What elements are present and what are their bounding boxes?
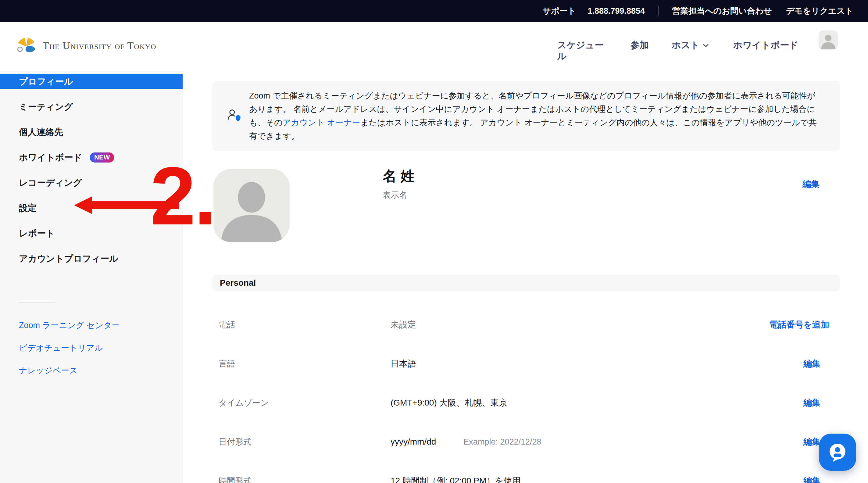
sidebar-item-whiteboard[interactable]: ホワイトボード NEW	[0, 150, 183, 165]
edit-name-button[interactable]: 編集	[802, 178, 819, 190]
help-chat-button[interactable]	[819, 433, 856, 471]
user-avatar-icon	[818, 30, 838, 50]
university-logo[interactable]: The University of Tokyo	[16, 35, 156, 56]
sidebar: プロフィール ミーティング 個人連絡先 ホワイトボード NEW レコーディング …	[0, 71, 183, 483]
row-value: 12 時間制（例: 02:00 PM）を使用	[391, 475, 521, 483]
topbar-divider	[658, 6, 658, 16]
add-phone-number-button[interactable]: 電話番号を追加	[769, 320, 829, 329]
profile-display-name: 表示名	[383, 190, 407, 201]
edit-language-button[interactable]: 編集	[803, 359, 820, 368]
sidebar-item-profile[interactable]: プロフィール	[0, 74, 183, 89]
row-value: (GMT+9:00) 大阪、札幌、東京	[391, 397, 507, 409]
profile-name: 名 姓	[383, 167, 415, 186]
personal-rows: 電話 未設定 電話番号を追加 言語 日本語 編集 タイムゾーン (GMT+9:0…	[212, 305, 840, 483]
chat-bubble-person-icon	[827, 441, 848, 463]
header-nav: スケジュール 参加 ホスト ホワイトボード	[557, 22, 868, 71]
support-phone[interactable]: 1.888.799.8854	[588, 6, 645, 16]
row-label: 時間形式	[219, 475, 391, 483]
sidebar-link-video-tutorials[interactable]: ビデオチュートリアル	[0, 342, 183, 354]
contact-sales-link[interactable]: 営業担当へのお問い合わせ	[672, 5, 772, 17]
nav-whiteboard[interactable]: ホワイトボード	[733, 40, 799, 51]
privacy-notice-text: Zoom で主催されるミーティングまたはウェビナーに参加すると、名前やプロフィー…	[249, 89, 818, 143]
support-link[interactable]: サポート	[543, 5, 576, 17]
row-value: 未設定	[391, 319, 416, 331]
row-label: 電話	[219, 319, 391, 330]
nav-host[interactable]: ホスト	[672, 40, 709, 51]
person-shield-icon	[226, 108, 242, 124]
utokyo-ginkgo-icon	[16, 35, 37, 56]
privacy-notice: Zoom で主催されるミーティングまたはウェビナーに参加すると、名前やプロフィー…	[212, 81, 840, 151]
row-value: 日本語	[391, 358, 416, 369]
header-avatar[interactable]	[818, 30, 838, 50]
sidebar-item-reports[interactable]: レポート	[0, 226, 183, 241]
table-row-time-format: 時間形式 12 時間制（例: 02:00 PM）を使用 編集	[212, 461, 840, 483]
account-owner-link[interactable]: アカウント オーナー	[283, 118, 360, 127]
row-label: タイムゾーン	[219, 397, 391, 408]
top-utility-bar: サポート 1.888.799.8854 営業担当へのお問い合わせ デモをリクエス…	[0, 0, 868, 22]
sidebar-item-account-profile[interactable]: アカウントプロフィール	[0, 251, 183, 266]
sidebar-divider	[19, 302, 56, 302]
nav-host-label: ホスト	[672, 40, 700, 51]
request-demo-link[interactable]: デモをリクエスト	[786, 5, 854, 17]
row-label: 言語	[219, 358, 391, 369]
nav-schedule[interactable]: スケジュール	[557, 40, 609, 62]
sidebar-links: Zoom ラーニング センター ビデオチュートリアル ナレッジベース	[0, 319, 183, 376]
table-row-language: 言語 日本語 編集	[212, 344, 840, 383]
date-format-example: Example: 2022/12/28	[463, 437, 541, 447]
table-row-timezone: タイムゾーン (GMT+9:00) 大阪、札幌、東京 編集	[212, 383, 840, 422]
header: The University of Tokyo スケジュール 参加 ホスト ホワ…	[0, 22, 868, 71]
sidebar-item-contacts[interactable]: 個人連絡先	[0, 125, 183, 140]
edit-timezone-button[interactable]: 編集	[803, 398, 820, 407]
nav-join[interactable]: 参加	[630, 40, 649, 51]
zoom-profile-page: { "topbar": { "support": "サポート", "phone"…	[0, 0, 868, 483]
sidebar-item-settings[interactable]: 設定	[0, 201, 183, 216]
edit-date-format-button[interactable]: 編集	[803, 437, 820, 446]
table-row-date-format: 日付形式 yyyy/mm/dd Example: 2022/12/28 編集	[212, 422, 840, 461]
row-label: 日付形式	[219, 436, 391, 447]
table-row-phone: 電話 未設定 電話番号を追加	[212, 305, 840, 344]
profile-avatar[interactable]	[213, 169, 290, 242]
sidebar-item-meetings[interactable]: ミーティング	[0, 99, 183, 114]
new-badge: NEW	[90, 152, 114, 162]
sidebar-link-learning-center[interactable]: Zoom ラーニング センター	[0, 319, 183, 331]
sidebar-item-whiteboard-label: ホワイトボード	[19, 150, 82, 165]
profile-avatar-icon	[213, 169, 290, 242]
personal-section-header: Personal	[212, 275, 840, 291]
edit-time-format-button[interactable]: 編集	[803, 476, 820, 483]
university-logo-text: The University of Tokyo	[43, 40, 156, 52]
sidebar-item-recordings[interactable]: レコーディング	[0, 175, 183, 190]
sidebar-link-knowledge-base[interactable]: ナレッジベース	[0, 364, 183, 376]
row-value: yyyy/mm/dd	[391, 437, 436, 447]
chevron-down-icon	[703, 43, 709, 48]
